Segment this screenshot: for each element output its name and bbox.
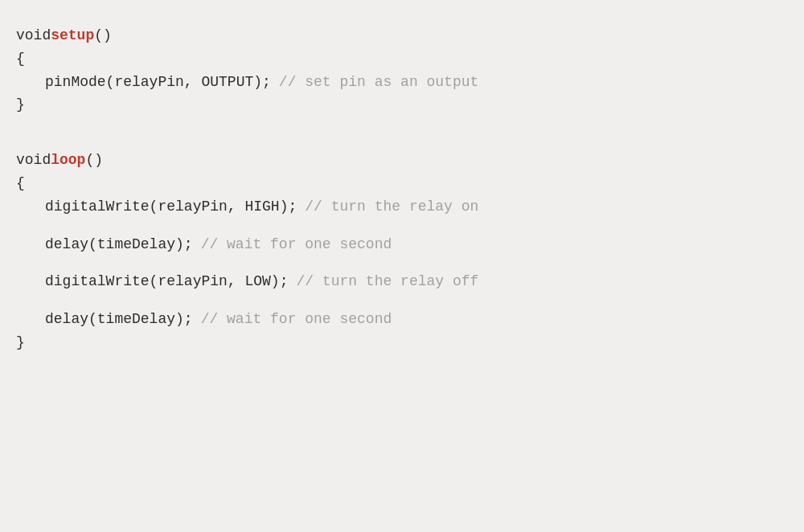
code-loop-block: void loop() { digitalWrite(relayPin, HIG… bbox=[16, 149, 788, 354]
digitalwrite-high-comment: // turn the relay on bbox=[305, 195, 478, 219]
setup-close-brace: } bbox=[16, 93, 25, 117]
delay2-line: delay(timeDelay); // wait for one second bbox=[16, 308, 788, 331]
code-editor: void setup() { pinMode(relayPin, OUTPUT)… bbox=[0, 0, 804, 532]
pinmode-comment: // set pin as an output bbox=[279, 71, 478, 94]
setup-signature-line: void setup() bbox=[16, 24, 788, 47]
setup-open-brace-line: { bbox=[16, 47, 788, 71]
pinmode-line: pinMode(relayPin, OUTPUT); // set pin as… bbox=[16, 71, 788, 94]
delay2-comment: // wait for one second bbox=[201, 308, 392, 331]
delay1-comment: // wait for one second bbox=[201, 233, 392, 256]
loop-parens: () bbox=[85, 149, 103, 172]
loop-open-brace-line: { bbox=[16, 172, 788, 195]
delay2-code: delay(timeDelay); bbox=[45, 308, 193, 331]
pinmode-code: pinMode(relayPin, OUTPUT); bbox=[45, 71, 271, 94]
setup-parens: () bbox=[94, 24, 112, 47]
loop-open-brace: { bbox=[16, 172, 25, 195]
line-gap-2 bbox=[16, 256, 788, 270]
delay1-code: delay(timeDelay); bbox=[45, 233, 193, 256]
code-setup-block: void setup() { pinMode(relayPin, OUTPUT)… bbox=[16, 24, 788, 117]
delay1-line: delay(timeDelay); // wait for one second bbox=[16, 233, 788, 256]
loop-close-brace: } bbox=[16, 331, 25, 354]
digitalwrite-high-line: digitalWrite(relayPin, HIGH); // turn th… bbox=[16, 195, 788, 219]
setup-close-brace-line: } bbox=[16, 93, 788, 117]
setup-keyword: setup bbox=[51, 24, 94, 47]
void-keyword-loop: void bbox=[16, 149, 51, 172]
line-gap-3 bbox=[16, 293, 788, 308]
setup-open-brace: { bbox=[16, 47, 25, 71]
section-spacer bbox=[16, 117, 788, 149]
loop-signature-line: void loop() bbox=[16, 149, 788, 172]
loop-keyword: loop bbox=[51, 149, 85, 172]
digitalwrite-low-comment: // turn the relay off bbox=[296, 270, 478, 293]
void-keyword-setup: void bbox=[16, 24, 51, 47]
digitalwrite-low-code: digitalWrite(relayPin, LOW); bbox=[45, 270, 288, 293]
digitalwrite-high-code: digitalWrite(relayPin, HIGH); bbox=[45, 195, 297, 219]
digitalwrite-low-line: digitalWrite(relayPin, LOW); // turn the… bbox=[16, 270, 788, 293]
line-gap-1 bbox=[16, 219, 788, 233]
loop-close-brace-line: } bbox=[16, 331, 788, 354]
